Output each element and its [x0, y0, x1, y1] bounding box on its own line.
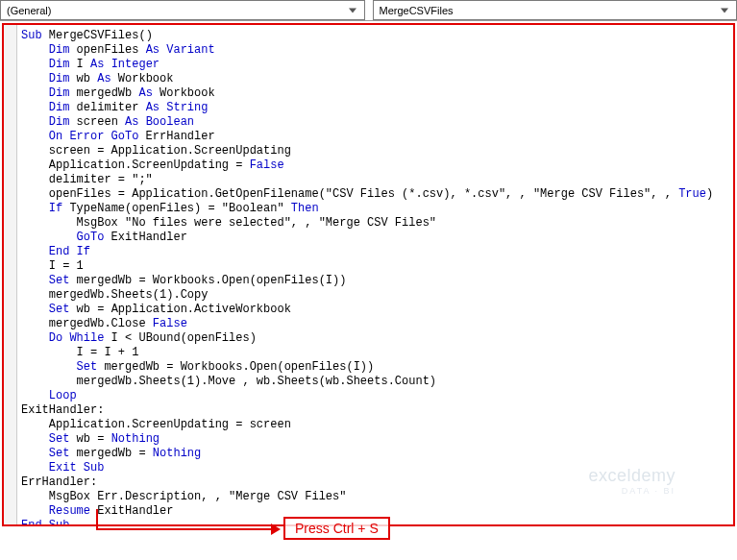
chevron-down-icon — [345, 3, 360, 18]
dropdown-bar: (General) MergeCSVFiles — [0, 0, 737, 21]
procedure-dropdown-value: MergeCSVFiles — [380, 5, 454, 16]
code-content[interactable]: Sub MergeCSVFiles() Dim openFiles As Var… — [21, 29, 729, 526]
procedure-dropdown[interactable]: MergeCSVFiles — [373, 0, 738, 20]
code-gutter — [4, 25, 17, 524]
chevron-down-icon — [717, 3, 732, 18]
object-dropdown-value: (General) — [7, 5, 51, 16]
object-dropdown[interactable]: (General) — [0, 0, 365, 20]
code-pane[interactable]: Sub MergeCSVFiles() Dim openFiles As Var… — [2, 23, 735, 526]
